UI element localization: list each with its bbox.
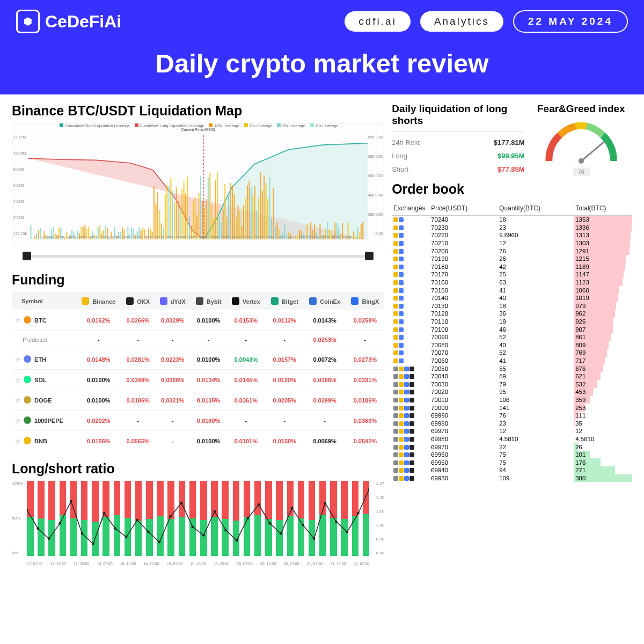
fear-greed-box: Fear&Greed index 76 [530, 103, 632, 176]
svg-rect-5 [36, 233, 37, 239]
svg-rect-74 [165, 194, 166, 239]
svg-rect-77 [170, 178, 171, 239]
ob-ask-row: 70230231336 [392, 224, 632, 232]
liquidation-map-title: Binance BTC/USDT Liquidation Map [12, 103, 384, 119]
ob-ask-row: 7003079532 [392, 380, 632, 388]
ob-bid-row: 6994094271 [392, 466, 632, 474]
svg-rect-86 [187, 177, 188, 239]
svg-rect-7 [40, 228, 41, 239]
svg-rect-105 [223, 209, 224, 239]
ls-bar [189, 481, 196, 556]
svg-rect-124 [258, 197, 259, 239]
svg-rect-120 [251, 188, 252, 239]
ob-ask-row: 70140401019 [392, 294, 632, 302]
svg-rect-76 [169, 186, 170, 239]
svg-rect-116 [243, 206, 244, 239]
ls-bar [309, 481, 316, 556]
svg-rect-122 [254, 186, 255, 239]
svg-rect-106 [224, 184, 225, 239]
ls-bar [114, 481, 121, 556]
ls-bar [135, 481, 142, 556]
logo-icon: ⬢ [16, 10, 40, 33]
svg-rect-180 [362, 222, 363, 239]
liq-x-axis: 6264463161636786419564712652296574666263… [45, 236, 352, 239]
svg-rect-117 [245, 198, 246, 239]
svg-rect-75 [166, 185, 167, 239]
svg-rect-2 [30, 225, 31, 239]
svg-rect-94 [202, 202, 203, 239]
ls-bar [81, 481, 88, 556]
svg-rect-179 [361, 224, 362, 239]
ls-bar [60, 481, 67, 556]
ob-ask-row: 70160631123 [392, 279, 632, 287]
svg-rect-3 [32, 239, 33, 239]
slider-handle-left[interactable] [23, 252, 31, 260]
fg-value: 76 [573, 167, 590, 176]
svg-rect-69 [155, 203, 156, 239]
funding-row: ☆ BNB0.0156%0.0565%-0.0100%0.0101%0.0150… [12, 431, 384, 451]
svg-rect-101 [215, 180, 216, 239]
ob-bid-row: 699804.58104.5810 [392, 435, 632, 443]
ls-bar [157, 481, 164, 556]
ls-bar [167, 481, 174, 556]
liq-row: Short$77.85M [392, 163, 524, 176]
svg-rect-109 [230, 183, 231, 239]
svg-rect-102 [217, 172, 218, 239]
svg-rect-178 [358, 232, 360, 239]
svg-rect-113 [237, 206, 238, 239]
ob-ask-row: 70240181353 [392, 216, 632, 224]
range-slider[interactable] [12, 251, 384, 262]
ls-bar [319, 481, 326, 556]
daily-liquidation-box: Daily liquidation of long shorts 24h Rek… [392, 103, 524, 176]
ob-ask-row: 7012036962 [392, 310, 632, 318]
ob-ask-row: 7011019926 [392, 318, 632, 326]
section-pill[interactable]: Analytics [420, 11, 503, 32]
svg-line-213 [581, 142, 604, 161]
svg-rect-99 [211, 204, 213, 239]
svg-rect-8 [41, 237, 42, 239]
svg-rect-95 [204, 208, 205, 239]
ob-ask-row: 7002095453 [392, 388, 632, 396]
ls-bar [244, 481, 251, 556]
ob-bid-row: 69930109380 [392, 474, 632, 482]
liq-svg [28, 135, 368, 239]
order-book-table: ExchangesPrice(USDT)Quantity(BTC)Total(B… [392, 201, 632, 482]
funding-row: ☆ DOGE0.0100%0.0186%0.0321%0.0135%0.0361… [12, 390, 384, 411]
svg-rect-119 [248, 181, 250, 239]
current-price-label: Current Price:69953 [12, 128, 384, 131]
svg-rect-93 [200, 176, 201, 239]
ob-ask-row: 7010046907 [392, 325, 632, 333]
ls-bar [200, 481, 207, 556]
svg-rect-96 [206, 199, 207, 239]
long-short-chart: 100%50%0%1.271.201.101.000.900.80 17, 07… [12, 481, 384, 567]
svg-rect-111 [233, 194, 235, 239]
brand-name: CeDeFiAi [45, 12, 121, 32]
date-pill: 22 MAY 2024 [513, 10, 628, 33]
ls-bar [330, 481, 337, 556]
ls-bar [222, 481, 229, 556]
liq-legend: Cumulative Short Liquidation LeverageCum… [12, 123, 384, 128]
ls-bar [27, 481, 34, 556]
funding-table: Symbol Binance OKX dYdX Bybit Vertex Bit… [12, 292, 384, 451]
fg-gauge [541, 119, 621, 166]
ob-ask-row: 7013018979 [392, 302, 632, 310]
svg-rect-97 [208, 178, 209, 239]
ob-ask-row: 70000141253 [392, 404, 632, 412]
long-short-title: Long/short ratio [12, 461, 384, 477]
svg-rect-121 [252, 195, 253, 239]
ls-bar [298, 481, 305, 556]
svg-rect-108 [228, 196, 229, 239]
ls-bar [125, 481, 131, 556]
funding-row: Predicted------0.0253%- [12, 331, 384, 349]
slider-handle-right[interactable] [365, 252, 374, 260]
ob-ask-row: 70010106359 [392, 396, 632, 404]
ls-bar [287, 481, 294, 556]
svg-rect-84 [184, 181, 185, 239]
ls-bar [265, 481, 272, 556]
ls-bar [276, 481, 283, 556]
header: ⬢ CeDeFiAi cdfi.ai Analytics 22 MAY 2024… [0, 0, 644, 94]
svg-rect-68 [153, 186, 155, 239]
svg-rect-82 [180, 208, 181, 239]
liq-row: Long$99.95M [392, 149, 524, 163]
site-pill[interactable]: cdfi.ai [345, 11, 411, 32]
